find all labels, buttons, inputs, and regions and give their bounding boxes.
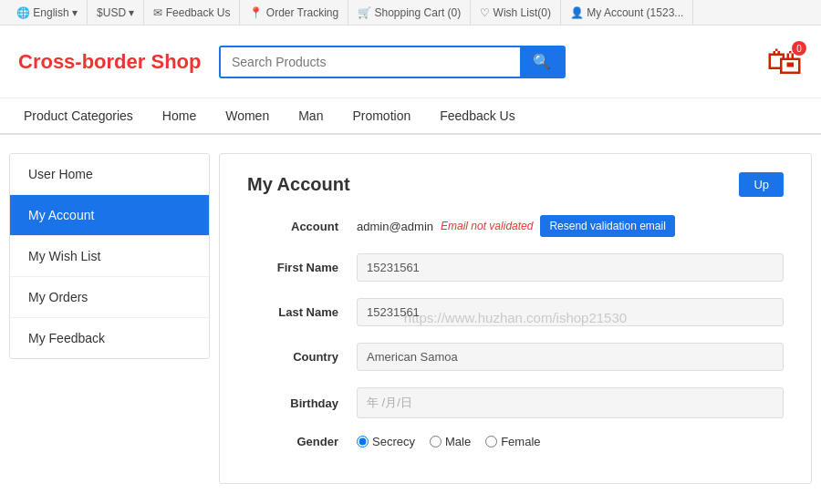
account-area: https://www.huzhan.com/ishop21530 My Acc…: [219, 153, 812, 484]
first-name-label: First Name: [247, 261, 357, 274]
account-title-row: My Account Up: [247, 172, 784, 197]
shopping-cart-link[interactable]: 🛒 Shopping Cart (0): [348, 0, 471, 25]
sidebar-item-orders[interactable]: My Orders: [10, 277, 209, 318]
sidebar-item-user-home[interactable]: User Home: [10, 154, 209, 195]
last-name-label: Last Name: [247, 305, 357, 319]
form-row-country: Country American Samoa: [247, 343, 784, 371]
last-name-value: 15231561: [357, 298, 784, 326]
sidebar: User Home My Account My Wish List My Ord…: [9, 153, 210, 359]
nav-item-product-categories[interactable]: Product Categories: [9, 98, 148, 135]
currency-label: $USD: [97, 6, 126, 19]
form-row-last-name: Last Name 15231561: [247, 298, 784, 326]
gender-options: Secrecy Male Female: [357, 435, 541, 448]
form-row-gender: Gender Secrecy Male Female: [247, 435, 784, 448]
birthday-label: Birthday: [247, 396, 357, 410]
wishlist-label: Wish List(0): [494, 6, 551, 19]
heart-icon: ♡: [480, 6, 490, 19]
cart-icon-area[interactable]: 🛍 0: [766, 41, 803, 82]
language-selector[interactable]: 🌐 English ▾: [7, 0, 88, 25]
search-input[interactable]: [221, 47, 520, 77]
feedback-label: Feedback Us: [166, 6, 231, 19]
map-pin-icon: 📍: [249, 6, 263, 19]
account-field-label: Account: [247, 220, 357, 233]
shopping-cart-label: Shopping Cart (0): [375, 6, 462, 19]
currency-selector[interactable]: $USD ▾: [88, 0, 144, 25]
gender-label: Gender: [247, 435, 357, 448]
order-tracking-label: Order Tracking: [266, 6, 338, 19]
order-tracking-link[interactable]: 📍 Order Tracking: [240, 0, 348, 25]
gender-male[interactable]: Male: [430, 435, 471, 448]
account-link[interactable]: 👤 My Account (1523...: [561, 0, 693, 25]
search-bar: 🔍: [219, 46, 566, 78]
user-icon: 👤: [570, 6, 584, 19]
wishlist-link[interactable]: ♡ Wish List(0): [471, 0, 561, 25]
feedback-icon: ✉: [153, 6, 162, 19]
nav-item-man[interactable]: Man: [284, 98, 338, 135]
nav-item-home[interactable]: Home: [148, 98, 211, 135]
nav-item-feedback-us[interactable]: Feedback Us: [425, 98, 529, 135]
nav-bar: Product Categories Home Women Man Promot…: [0, 98, 821, 135]
email-not-validated-text: Email not validated: [441, 220, 533, 232]
nav-item-promotion[interactable]: Promotion: [338, 98, 425, 135]
gender-female[interactable]: Female: [485, 435, 540, 448]
logo[interactable]: Cross-border Shop: [18, 50, 219, 74]
first-name-value: 15231561: [357, 253, 784, 282]
top-bar: 🌐 English ▾ $USD ▾ ✉ Feedback Us 📍 Order…: [0, 0, 821, 26]
resend-validation-button[interactable]: Resend validation email: [540, 215, 674, 237]
cart-badge: 0: [792, 41, 806, 56]
account-row-inner: admin@admin Email not validated Resend v…: [357, 215, 784, 237]
gender-male-radio[interactable]: [430, 436, 442, 447]
language-dropdown-icon: ▾: [72, 6, 78, 19]
account-email: admin@admin: [357, 220, 433, 233]
header-right: 🛍 0: [748, 41, 803, 82]
globe-icon: 🌐: [16, 6, 30, 19]
currency-dropdown-icon: ▾: [129, 6, 134, 19]
header: Cross-border Shop 🔍 🛍 0: [0, 26, 821, 98]
update-button[interactable]: Up: [739, 172, 784, 197]
gender-female-radio[interactable]: [485, 436, 497, 447]
search-button[interactable]: 🔍: [520, 47, 564, 77]
feedback-link[interactable]: ✉ Feedback Us: [144, 0, 240, 25]
main-content: User Home My Account My Wish List My Ord…: [0, 135, 821, 502]
sidebar-item-my-account[interactable]: My Account: [10, 195, 209, 236]
form-row-account: Account admin@admin Email not validated …: [247, 215, 784, 237]
country-label: Country: [247, 350, 357, 364]
language-label: English: [33, 6, 68, 19]
gender-secrecy[interactable]: Secrecy: [357, 435, 415, 448]
account-title: My Account: [247, 174, 350, 195]
gender-secrecy-radio[interactable]: [357, 436, 369, 447]
nav-item-women[interactable]: Women: [211, 98, 284, 135]
sidebar-item-wish-list[interactable]: My Wish List: [10, 236, 209, 277]
sidebar-item-feedback[interactable]: My Feedback: [10, 318, 209, 358]
search-icon: 🔍: [533, 54, 551, 69]
form-row-birthday: Birthday 年 /月/日: [247, 387, 784, 418]
country-value: American Samoa: [357, 343, 784, 371]
form-row-first-name: First Name 15231561: [247, 253, 784, 282]
account-label: My Account (1523...: [587, 6, 683, 19]
cart-icon: 🛒: [358, 6, 371, 19]
birthday-value[interactable]: 年 /月/日: [357, 387, 784, 418]
